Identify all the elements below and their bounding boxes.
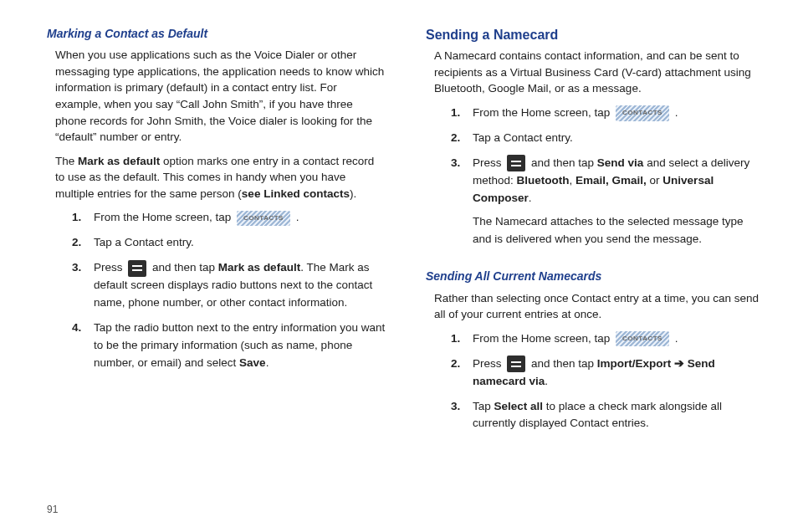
text: From the Home screen, tap xyxy=(473,332,613,345)
list-item: Press and then tap Import/Export ➔ Send … xyxy=(451,356,765,398)
left-column: Marking a Contact as Default When you us… xyxy=(47,25,386,500)
bold-text: Bluetooth xyxy=(517,174,570,187)
text: , xyxy=(570,174,576,187)
list-item: Press and then tap Mark as default. The … xyxy=(72,259,386,320)
text: Press xyxy=(94,261,125,274)
heading-sending-all-namecards: Sending All Current Namecards xyxy=(426,268,765,284)
text: ). xyxy=(350,187,356,200)
text: . xyxy=(672,106,678,119)
list-item: From the Home screen, tap CONTACTS . xyxy=(451,330,765,356)
text: The xyxy=(55,155,78,167)
steps-list: From the Home screen, tap CONTACTS . Tap… xyxy=(72,209,386,379)
contacts-icon: CONTACTS xyxy=(616,105,669,120)
two-column-layout: Marking a Contact as Default When you us… xyxy=(47,25,765,500)
heading-sending-namecard: Sending a Namecard xyxy=(426,25,765,44)
text: . xyxy=(672,332,678,345)
menu-icon xyxy=(507,356,525,372)
text: Tap xyxy=(473,400,494,412)
paragraph: The Namecard attaches to the selected me… xyxy=(473,213,765,248)
paragraph: Rather than selecting once Contact entry… xyxy=(434,290,765,323)
steps-list: From the Home screen, tap CONTACTS . Tap… xyxy=(451,105,765,256)
text: . xyxy=(266,356,269,369)
steps-list: From the Home screen, tap CONTACTS . Pre… xyxy=(451,330,765,441)
text: . xyxy=(529,192,532,204)
list-item: From the Home screen, tap CONTACTS . xyxy=(451,105,765,130)
contacts-icon: CONTACTS xyxy=(237,211,290,226)
bold-text: Mark as default xyxy=(218,261,300,274)
list-item: Tap a Contact entry. xyxy=(72,234,386,259)
text: . xyxy=(545,375,548,387)
paragraph: The Mark as default option marks one ent… xyxy=(55,153,386,202)
paragraph: A Namecard contains contact information,… xyxy=(434,48,765,97)
menu-icon xyxy=(507,155,525,171)
text: From the Home screen, tap xyxy=(473,106,613,119)
list-item: Tap Select all to place a check mark alo… xyxy=(451,398,765,441)
list-item: From the Home screen, tap CONTACTS . xyxy=(72,209,386,234)
bold-text: see Linked contacts xyxy=(242,187,350,200)
bold-text: Email, Gmail, xyxy=(575,174,647,187)
text: and then tap xyxy=(149,261,218,274)
text: . xyxy=(293,211,299,223)
paragraph: When you use applications such as the Vo… xyxy=(55,47,386,145)
right-column: Sending a Namecard A Namecard contains c… xyxy=(426,25,765,500)
list-item: Tap a Contact entry. xyxy=(451,130,765,155)
text: or xyxy=(647,174,663,187)
text: and then tap xyxy=(528,357,597,370)
menu-icon xyxy=(128,260,146,277)
list-item: Tap the radio button next to the entry i… xyxy=(72,320,386,380)
heading-marking-default: Marking a Contact as Default xyxy=(47,25,386,42)
list-item: Press and then tap Send via and select a… xyxy=(451,155,765,257)
text: Press xyxy=(473,357,504,370)
page-number: 91 xyxy=(47,500,765,515)
text: From the Home screen, tap xyxy=(94,211,234,223)
bold-text: Select all xyxy=(494,400,544,412)
bold-text: Send via xyxy=(597,156,644,169)
contacts-icon: CONTACTS xyxy=(616,331,669,346)
bold-text: Save xyxy=(239,356,266,369)
bold-text: Mark as default xyxy=(78,155,160,167)
text: Press xyxy=(473,156,504,169)
text: and then tap xyxy=(528,156,597,169)
